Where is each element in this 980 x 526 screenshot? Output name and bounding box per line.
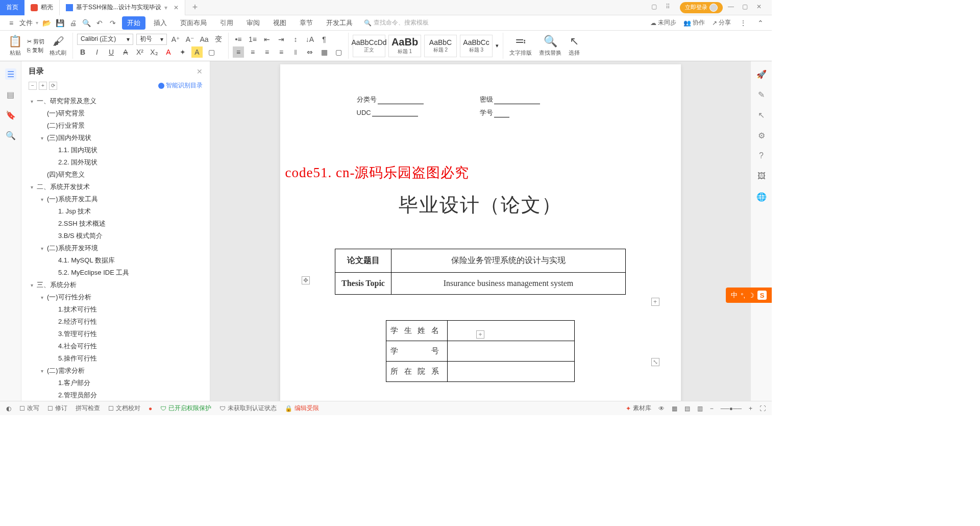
toc-item[interactable]: 3.B/S 模式简介 — [21, 230, 210, 242]
info-value[interactable] — [448, 341, 575, 362]
topic-value-en[interactable]: Insurance business management system — [391, 273, 626, 295]
rocket-icon[interactable]: 🚀 — [756, 68, 767, 80]
spacing[interactable]: ⇔ — [304, 46, 315, 58]
toc-item[interactable]: 1.1. 国内现状 — [21, 144, 210, 156]
add-col-handle[interactable]: + — [651, 298, 659, 306]
preview-icon[interactable]: 🔍 — [81, 18, 91, 28]
toc-item[interactable]: ▾三、系统分析 — [21, 279, 210, 291]
undo-icon[interactable]: ↶ — [94, 18, 105, 28]
menu-插入[interactable]: 插入 — [149, 16, 172, 30]
settings-icon[interactable]: ⚙ — [756, 130, 767, 141]
toc-item[interactable]: (一)研究背景 — [21, 107, 210, 119]
align-left[interactable]: ≡ — [233, 46, 244, 58]
close-icon[interactable]: ✕ — [756, 3, 766, 12]
toc-item[interactable]: ▾二、系统开发技术 — [21, 181, 210, 193]
login-button[interactable]: 立即登录 — [680, 2, 723, 13]
toc-item[interactable]: ▾(二)需求分析 — [21, 365, 210, 377]
auth-status[interactable]: 🛡未获取到认证状态 — [219, 404, 277, 413]
help-icon[interactable]: ? — [756, 150, 767, 161]
paste-button[interactable]: 📋粘贴 — [6, 35, 24, 57]
minimize-icon[interactable]: — — [728, 3, 737, 12]
style-正文[interactable]: AaBbCcDd正文 — [353, 35, 385, 57]
toc-item[interactable]: ▾(一)系统开发工具 — [21, 193, 210, 205]
toc-item[interactable]: (二)行业背景 — [21, 119, 210, 132]
toc-item[interactable]: ▾(三)国内外现状 — [21, 132, 210, 144]
select-icon[interactable]: ↖ — [756, 109, 767, 121]
subscript[interactable]: X₂ — [149, 46, 160, 58]
strike-button[interactable]: A — [120, 46, 131, 58]
toc-refresh[interactable]: ⟳ — [49, 82, 57, 90]
tab-add[interactable]: + — [185, 0, 205, 15]
menu-审阅[interactable]: 审阅 — [241, 16, 265, 30]
menu-引用[interactable]: 引用 — [215, 16, 238, 30]
text-direction[interactable]: ≕文字排版 — [507, 35, 534, 57]
redo-icon[interactable]: ↷ — [108, 18, 118, 28]
ime-indicator[interactable]: 中 °, ☽ S — [726, 288, 772, 303]
spellcheck[interactable]: 拼写检查 — [76, 404, 100, 413]
toc-item[interactable]: 4.社会可行性 — [21, 340, 210, 352]
style-gallery[interactable]: AaBbCcDd正文AaBb标题 1AaBbC标题 2AaBbCc标题 3▾ — [353, 33, 499, 59]
zoom-in[interactable]: + — [749, 405, 752, 412]
zoom-out[interactable]: − — [710, 405, 714, 412]
rewrite-toggle[interactable]: ☐改写 — [19, 404, 39, 413]
format-painter[interactable]: 🖌格式刷 — [47, 35, 68, 57]
numbering[interactable]: 1≡ — [247, 34, 258, 45]
chevron-down-icon[interactable]: ▾ — [29, 99, 35, 104]
toc-item[interactable]: 2.SSH 技术概述 — [21, 218, 210, 230]
toc-item[interactable]: ▾一、研究背景及意义 — [21, 95, 210, 107]
expand-icon[interactable]: ⌃ — [755, 18, 766, 28]
tab-home[interactable]: 首页 — [0, 0, 24, 15]
chevron-down-icon[interactable]: ▾ — [29, 282, 35, 288]
menu-开发工具[interactable]: 开发工具 — [321, 16, 358, 30]
borders[interactable]: ▢ — [333, 46, 344, 58]
select-button[interactable]: ↖选择 — [567, 35, 582, 57]
open-icon[interactable]: 📂 — [41, 18, 52, 28]
eye-icon[interactable]: 👁 — [658, 405, 665, 412]
menu-章节[interactable]: 章节 — [295, 16, 318, 30]
copy-button[interactable]: ⎘复制 — [27, 46, 44, 54]
chevron-down-icon[interactable]: ▾ — [36, 20, 38, 26]
info-value[interactable] — [448, 362, 575, 382]
toc-item[interactable]: 1.技术可行性 — [21, 303, 210, 316]
style-标题 2[interactable]: AaBbC标题 2 — [424, 35, 457, 57]
toc-item[interactable]: 4.1. MySQL 数据库 — [21, 254, 210, 267]
chevron-down-icon[interactable]: ▾ — [29, 184, 35, 190]
sync-status[interactable]: ☁未同步 — [650, 18, 676, 27]
bold-button[interactable]: B — [77, 46, 88, 58]
show-marks[interactable]: ¶ — [318, 34, 330, 45]
document-viewport[interactable]: 分类号 UDC 密级 学号 code51. cn-源码乐园盗图必究 毕业设计（论… — [210, 61, 750, 401]
toc-collapse[interactable]: − — [29, 82, 37, 90]
bullets[interactable]: •≡ — [233, 34, 244, 45]
toc-item[interactable]: 3.管理可行性 — [21, 328, 210, 340]
tab-close-icon[interactable]: ✕ — [174, 4, 179, 11]
toc-expand[interactable]: + — [39, 82, 47, 90]
font-color[interactable]: A — [163, 46, 174, 58]
toc-item[interactable]: ▾(二)系统开发环境 — [21, 242, 210, 254]
style-标题 3[interactable]: AaBbCc标题 3 — [460, 35, 493, 57]
topic-value-cn[interactable]: 保险业务管理系统的设计与实现 — [391, 249, 626, 273]
toc-item[interactable]: 2.经济可行性 — [21, 316, 210, 328]
highlight[interactable]: A — [191, 46, 203, 58]
italic-button[interactable]: I — [91, 46, 103, 58]
menu-开始[interactable]: 开始 — [122, 16, 145, 30]
toc-item[interactable]: 1. Jsp 技术 — [21, 205, 210, 218]
page-layout-icon[interactable]: ▤ — [684, 405, 690, 412]
toc-item[interactable]: 2.管理员部分 — [21, 389, 210, 401]
font-size-select[interactable]: 初号▾ — [136, 34, 167, 45]
print-icon[interactable]: 🖨 — [68, 18, 78, 28]
toc-close-icon[interactable]: ✕ — [197, 67, 203, 76]
command-search[interactable]: 🔍查找命令、搜索模板 — [364, 18, 429, 27]
collab-button[interactable]: 👥协作 — [683, 18, 705, 27]
clear-format[interactable]: ✦ — [177, 46, 188, 58]
chevron-down-icon[interactable]: ▾ — [39, 135, 45, 141]
sort[interactable]: ↓A — [304, 34, 315, 45]
toc-item[interactable]: 5.2. MyEclipse IDE 工具 — [21, 267, 210, 279]
menu-视图[interactable]: 视图 — [268, 16, 291, 30]
tab-daiko[interactable]: 稻壳 — [24, 0, 59, 15]
align-right[interactable]: ≡ — [261, 46, 273, 58]
char-border[interactable]: ▢ — [206, 46, 217, 58]
edit-restricted[interactable]: 🔒编辑受限 — [285, 404, 319, 413]
grow-font[interactable]: A⁺ — [170, 34, 181, 45]
find-replace[interactable]: 🔍查找替换 — [537, 35, 564, 57]
chevron-down-icon[interactable]: ▾ — [39, 246, 45, 251]
